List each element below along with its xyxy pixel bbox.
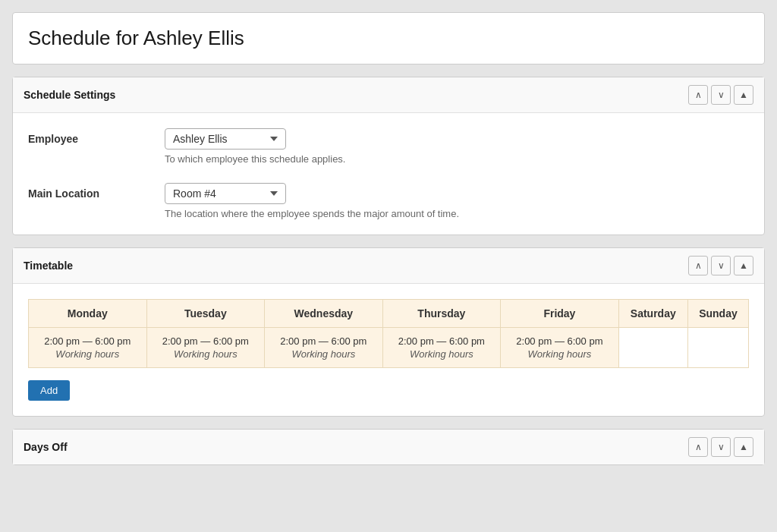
slot-label-thursday: Working hours <box>389 348 495 360</box>
days-off-header-controls: ∧ ∨ ▲ <box>688 437 753 457</box>
day-header-thursday: Thursday <box>382 300 501 328</box>
employee-field-content: Ashley Ellis John Smith Jane Doe To whic… <box>165 128 749 165</box>
day-header-wednesday: Wednesday <box>265 300 383 328</box>
timetable-card: Timetable ∧ ∨ ▲ Monday Tuesday Wednesday… <box>12 247 765 417</box>
days-off-header: Days Off ∧ ∨ ▲ <box>13 430 764 464</box>
location-select[interactable]: Room #4 Room #1 Room #2 Room #3 <box>165 183 286 204</box>
employee-field-row: Employee Ashley Ellis John Smith Jane Do… <box>28 128 749 165</box>
timetable-collapse-down-button[interactable]: ∨ <box>711 256 731 275</box>
day-header-friday: Friday <box>501 300 619 328</box>
add-slot-button[interactable]: Add <box>28 380 70 401</box>
schedule-settings-title: Schedule Settings <box>24 89 115 101</box>
timetable-table: Monday Tuesday Wednesday Thursday Friday… <box>28 299 749 368</box>
slot-saturday <box>618 328 687 368</box>
employee-select[interactable]: Ashley Ellis John Smith Jane Doe <box>165 128 286 150</box>
slot-label-wednesday: Working hours <box>271 348 376 360</box>
schedule-settings-header: Schedule Settings ∧ ∨ ▲ <box>13 77 764 113</box>
day-header-monday: Monday <box>29 300 147 328</box>
slot-label-monday: Working hours <box>35 348 140 360</box>
slot-time-tuesday: 2:00 pm — 6:00 pm <box>162 335 249 347</box>
timetable-title: Timetable <box>24 260 73 272</box>
slot-friday: 2:00 pm — 6:00 pm Working hours <box>501 328 619 368</box>
slot-time-wednesday: 2:00 pm — 6:00 pm <box>280 335 366 347</box>
slot-wednesday: 2:00 pm — 6:00 pm Working hours <box>265 328 383 368</box>
location-field-row: Main Location Room #4 Room #1 Room #2 Ro… <box>28 183 749 219</box>
collapse-up-button[interactable]: ∧ <box>688 85 708 105</box>
schedule-settings-body: Employee Ashley Ellis John Smith Jane Do… <box>13 113 764 235</box>
timetable-header-controls: ∧ ∨ ▲ <box>688 256 753 275</box>
location-hint: The location where the employee spends t… <box>165 208 749 219</box>
header-controls: ∧ ∨ ▲ <box>688 85 753 105</box>
page-title-box: Schedule for Ashley Ellis <box>12 12 765 65</box>
location-label: Main Location <box>28 183 165 200</box>
day-header-sunday: Sunday <box>687 300 748 328</box>
timetable-row: 2:00 pm — 6:00 pm Working hours 2:00 pm … <box>29 328 749 368</box>
slot-time-monday: 2:00 pm — 6:00 pm <box>44 335 131 347</box>
days-off-collapse-down-button[interactable]: ∨ <box>711 437 731 457</box>
slot-monday: 2:00 pm — 6:00 pm Working hours <box>29 328 147 368</box>
timetable-collapse-triangle-button[interactable]: ▲ <box>734 256 753 275</box>
employee-hint: To which employee this schedule applies. <box>165 153 749 165</box>
days-off-title: Days Off <box>24 441 68 453</box>
slot-time-thursday: 2:00 pm — 6:00 pm <box>398 335 485 347</box>
timetable-header-row: Monday Tuesday Wednesday Thursday Friday… <box>29 300 749 328</box>
day-header-tuesday: Tuesday <box>146 300 265 328</box>
slot-label-tuesday: Working hours <box>153 348 259 360</box>
days-off-collapse-triangle-button[interactable]: ▲ <box>734 437 753 457</box>
collapse-triangle-button[interactable]: ▲ <box>734 85 753 105</box>
day-header-saturday: Saturday <box>618 300 687 328</box>
timetable-collapse-up-button[interactable]: ∧ <box>688 256 708 275</box>
slot-label-friday: Working hours <box>507 348 612 360</box>
employee-label: Employee <box>28 128 165 145</box>
slot-time-friday: 2:00 pm — 6:00 pm <box>516 335 602 347</box>
page-title: Schedule for Ashley Ellis <box>28 27 749 50</box>
collapse-down-button[interactable]: ∨ <box>711 85 731 105</box>
timetable-body: Monday Tuesday Wednesday Thursday Friday… <box>13 284 764 416</box>
days-off-card: Days Off ∧ ∨ ▲ <box>12 429 765 465</box>
slot-tuesday: 2:00 pm — 6:00 pm Working hours <box>146 328 265 368</box>
timetable-header: Timetable ∧ ∨ ▲ <box>13 248 764 284</box>
slot-thursday: 2:00 pm — 6:00 pm Working hours <box>382 328 501 368</box>
days-off-collapse-up-button[interactable]: ∧ <box>688 437 708 457</box>
slot-sunday <box>687 328 748 368</box>
schedule-settings-card: Schedule Settings ∧ ∨ ▲ Employee Ashley … <box>12 77 765 235</box>
location-field-content: Room #4 Room #1 Room #2 Room #3 The loca… <box>165 183 749 219</box>
